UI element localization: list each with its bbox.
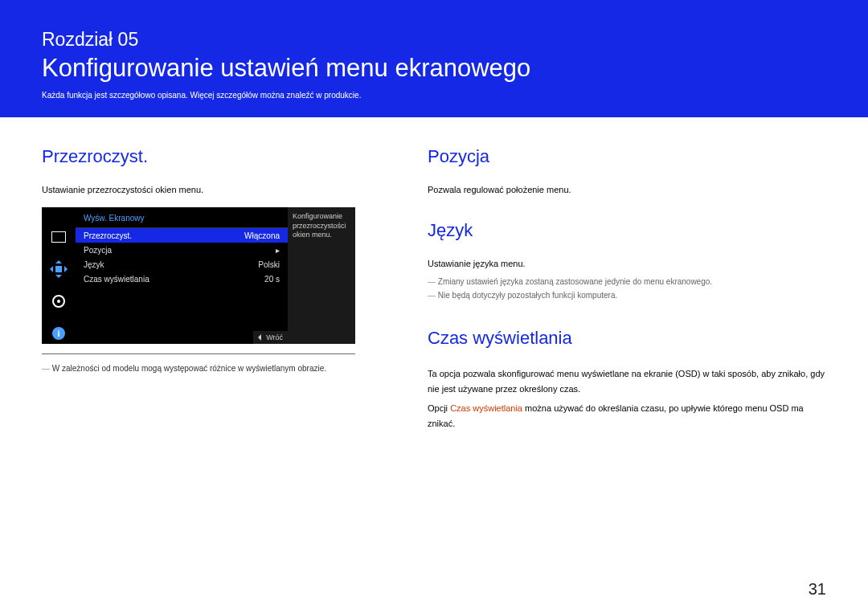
nav-icon xyxy=(48,259,69,280)
footnote: W zależności od modelu mogą występować r… xyxy=(42,362,405,374)
divider xyxy=(42,353,355,354)
czas-p2: Opcji Czas wyświetlania można używać do … xyxy=(428,401,826,431)
section-pozycja: Pozycja Pozwala regulować położenie menu… xyxy=(428,146,826,194)
osd-row-value: 20 s xyxy=(264,275,280,284)
czas-p2-pre: Opcji xyxy=(428,403,450,413)
note-item: Nie będą dotyczyły pozostałych funkcji k… xyxy=(428,288,826,302)
section-heading-jezyk: Język xyxy=(428,220,826,241)
chapter-label: Rozdział 05 xyxy=(42,29,826,51)
osd-row-value: Polski xyxy=(258,260,280,269)
section-desc-pozycja: Pozwala regulować położenie menu. xyxy=(428,185,826,194)
osd-footer-label: Wróć xyxy=(266,333,283,341)
page-title: Konfigurowanie ustawień menu ekranowego xyxy=(42,54,826,83)
section-heading-przezroczyst: Przezroczyst. xyxy=(42,146,405,167)
left-column: Przezroczyst. Ustawianie przezroczystośc… xyxy=(42,146,405,457)
note-item: Zmiany ustawień języka zostaną zastosowa… xyxy=(428,275,826,288)
inline-ref-czas: Czas wyświetlania xyxy=(450,403,522,413)
page-number: 31 xyxy=(809,580,826,599)
czas-p1: Ta opcja pozwala skonfigurować menu wyśw… xyxy=(428,366,826,396)
osd-row-label: Czas wyświetlania xyxy=(84,275,149,284)
section-czas: Czas wyświetlania Ta opcja pozwala skonf… xyxy=(428,328,826,431)
back-arrow-icon xyxy=(258,334,261,341)
section-jezyk: Język Ustawianie języka menu. Zmiany ust… xyxy=(428,220,826,302)
info-icon: i xyxy=(48,323,69,344)
section-desc-przezroczyst: Ustawianie przezroczystości okien menu. xyxy=(42,185,405,194)
gear-icon xyxy=(48,291,69,312)
osd-menu-main: Wyśw. Ekranowy Przezroczyst. Włączona Po… xyxy=(76,207,288,344)
osd-row-jezyk[interactable]: Język Polski xyxy=(76,257,288,272)
display-icon xyxy=(48,227,69,247)
osd-row-czas[interactable]: Czas wyświetlania 20 s xyxy=(76,272,288,286)
osd-side-panel: Konfigurowanie przezroczystości okien me… xyxy=(288,207,355,344)
osd-row-label: Przezroczyst. xyxy=(84,231,132,240)
banner-description: Każda funkcja jest szczegółowo opisana. … xyxy=(42,91,826,100)
section-heading-pozycja: Pozycja xyxy=(428,146,826,167)
osd-footer[interactable]: Wróć xyxy=(253,331,288,344)
osd-row-value: ▸ xyxy=(276,246,280,255)
osd-row-pozycja[interactable]: Pozycja ▸ xyxy=(76,243,288,257)
note-list-jezyk: Zmiany ustawień języka zostaną zastosowa… xyxy=(428,275,826,302)
osd-row-value: Włączona xyxy=(244,231,280,240)
osd-row-label: Język xyxy=(84,260,104,269)
osd-row-label: Pozycja xyxy=(84,246,112,255)
section-desc-jezyk: Ustawianie języka menu. xyxy=(428,259,826,268)
right-column: Pozycja Pozwala regulować położenie menu… xyxy=(428,146,826,457)
page-content: Przezroczyst. Ustawianie przezroczystośc… xyxy=(0,117,868,457)
osd-row-przezroczyst[interactable]: Przezroczyst. Włączona xyxy=(76,228,288,243)
osd-screenshot: i Wyśw. Ekranowy Przezroczyst. Włączona … xyxy=(42,207,355,344)
banner: Rozdział 05 Konfigurowanie ustawień menu… xyxy=(0,0,868,117)
osd-menu-header: Wyśw. Ekranowy xyxy=(76,207,288,228)
section-heading-czas: Czas wyświetlania xyxy=(428,328,826,349)
osd-sidebar-icons: i xyxy=(42,207,76,344)
